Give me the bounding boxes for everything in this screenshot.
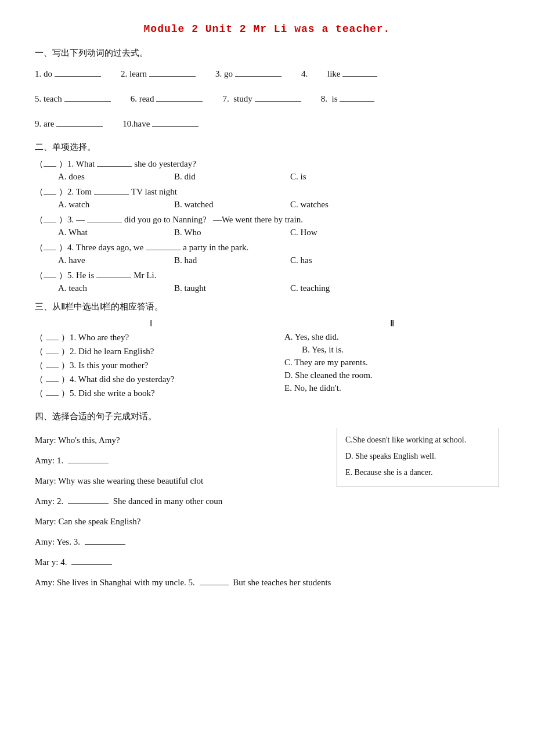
s3-bracket4 — [46, 381, 59, 382]
fill-item-8: 8. is — [321, 89, 377, 109]
s3-ans-d: D. She cleaned the room. — [284, 370, 373, 380]
dialog-blank-3 — [85, 544, 125, 545]
q2-text: ）2. Tom — [59, 186, 92, 197]
q5-opt-b: B. taught — [174, 283, 290, 293]
opt-box-c: C.She doesn't like working at school. — [345, 432, 490, 448]
fill-num-4: 4. like — [301, 64, 341, 84]
q3-paren-open: （ — [35, 214, 44, 225]
s3-paren4: （ — [35, 374, 44, 385]
blank-10 — [152, 126, 199, 127]
fill-num-8: 8. is — [321, 89, 338, 109]
s3-a3: C. They are my parents. — [284, 358, 499, 368]
section4-content: A. Where does she live? B. It is my cous… — [35, 428, 499, 595]
section2-q4-options: A. have B. had C. has — [58, 255, 499, 265]
q4-text2: a party in the park. — [183, 243, 248, 253]
q2-blank — [94, 194, 129, 195]
dialog-blank-4 — [71, 564, 112, 565]
q1-opt-c: C. is — [290, 172, 406, 182]
s3-q2: （ ）2. Did he learn English? — [35, 346, 267, 357]
q2-paren-open: （ — [35, 186, 44, 197]
q2-opt-b: B. watched — [174, 200, 290, 210]
q1-opt-b: B. did — [174, 172, 290, 182]
dialog-line-5: Mary: Can she speak English? — [35, 514, 499, 530]
section2-q1: （ ）1. What she do yesterday? — [35, 159, 499, 170]
amy-4-cont: But she teaches her students — [233, 578, 331, 587]
speaker-mary-1: Mary: Who's this, Amy? — [35, 435, 120, 445]
s3-text1: ）1. Who are they? — [61, 332, 129, 343]
s3-a4: D. She cleaned the room. — [284, 370, 499, 380]
q3-blank — [87, 222, 122, 222]
dialog-line-8: Amy: She lives in Shanghai with my uncle… — [35, 575, 499, 591]
page-title: Module 2 Unit 2 Mr Li was a teacher. — [35, 23, 499, 35]
fill-item-9: 9. are — [35, 114, 105, 134]
fill-num-6: 6. read — [131, 89, 154, 109]
section3-grid: Ⅰ （ ）1. Who are they? （ ）2. Did he learn… — [35, 318, 499, 402]
q4-opt-a: A. have — [58, 255, 174, 265]
s3-bracket5 — [46, 395, 59, 396]
blank-1 — [55, 76, 101, 77]
q2-opt-c: C. watches — [290, 200, 406, 210]
dialog-line-6: Amy: Yes. 3. — [35, 534, 499, 550]
q3-opt-b: B. Who — [174, 228, 290, 237]
q2-text2: TV last night — [131, 187, 177, 197]
fill-num-10: 10.have — [122, 114, 150, 134]
blank-5 — [64, 101, 111, 102]
q1-text: she do yesterday? — [134, 159, 196, 169]
q1-blank — [97, 166, 132, 167]
section4-header: 四、选择合适的句子完成对话。 — [35, 411, 499, 422]
fill-item-3: 3. go — [215, 64, 284, 84]
speaker-amy-4: Amy: She lives in Shanghai with my uncle… — [35, 578, 197, 587]
fill-item-5: 5. teach — [35, 89, 113, 109]
q4-paren-open: （ — [35, 242, 44, 253]
section2-q4: （ ）4. Three days ago, we a party in the … — [35, 242, 499, 253]
s3-paren3: （ — [35, 360, 44, 371]
section2-q2: （ ）2. Tom TV last night — [35, 186, 499, 197]
opt-box-d: D. She speaks English well. — [345, 448, 490, 465]
fill-item-2: 2. learn — [121, 64, 198, 84]
section1-row1: 1. do 2. learn 3. go 4. like — [35, 64, 499, 84]
speaker-amy-3: Amy: Yes. 3. — [35, 537, 82, 546]
blank-7 — [255, 101, 301, 102]
s3-bracket1 — [46, 340, 59, 340]
section1-header: 一、写出下列动词的过去式。 — [35, 48, 499, 59]
section2-q2-options: A. watch B. watched C. watches — [58, 200, 499, 210]
section1-row2: 5. teach 6. read 7. study 8. is — [35, 89, 499, 109]
q3-text: ）3. — — [59, 214, 85, 225]
fill-item-10: 10.have — [122, 114, 201, 134]
dialog-line-4: Amy: 2. She danced in many other coun — [35, 494, 499, 509]
s3-ans-b: B. Yes, it is. — [302, 345, 344, 355]
s3-text3: ）3. Is this your mother? — [61, 360, 148, 371]
section2-q3-options: A. What B. Who C. How — [58, 228, 499, 237]
q5-paren-open: （ — [35, 270, 44, 281]
s3-text2: ）2. Did he learn English? — [61, 346, 154, 357]
fill-item-6: 6. read — [131, 89, 205, 109]
section1-row3: 9. are 10.have — [35, 114, 499, 134]
options-box: A. Where does she live? B. It is my cous… — [337, 428, 499, 487]
q4-bracket — [44, 250, 56, 250]
opt-box-e: E. Because she is a dancer. — [345, 465, 490, 481]
s3-a5: E. No, he didn't. — [284, 383, 499, 393]
fill-num-9: 9. are — [35, 114, 54, 134]
fill-num-5: 5. teach — [35, 89, 62, 109]
fill-item-4: 4. like — [301, 64, 380, 84]
section2-q5: （ ）5. He is Mr Li. — [35, 270, 499, 281]
q1-opt-a: A. does — [58, 172, 174, 182]
s3-q4: （ ）4. What did she do yesterday? — [35, 374, 267, 385]
dialog-blank-5 — [200, 585, 229, 585]
dialog-line-7: Mar y: 4. — [35, 555, 499, 570]
fill-num-7: 7. study — [222, 89, 252, 109]
section2-header: 二、单项选择。 — [35, 142, 499, 153]
q1-paren-open: （ — [35, 159, 44, 170]
section3-col1: Ⅰ （ ）1. Who are they? （ ）2. Did he learn… — [35, 318, 267, 402]
s3-text4: ）4. What did she do yesterday? — [61, 374, 175, 385]
q3-text2: did you go to Nanning? —We went there by… — [124, 215, 303, 225]
q5-opt-a: A. teach — [58, 283, 174, 293]
speaker-amy-1: Amy: 1. — [35, 456, 66, 465]
speaker-amy-2: Amy: 2. — [35, 496, 66, 506]
blank-6 — [156, 101, 203, 102]
dialog-blank-2 — [68, 503, 109, 504]
q1-bracket — [44, 166, 56, 167]
s3-bracket3 — [46, 368, 59, 368]
s3-text5: ）5. Did she write a book? — [61, 388, 155, 399]
s3-q1: （ ）1. Who are they? — [35, 332, 267, 343]
